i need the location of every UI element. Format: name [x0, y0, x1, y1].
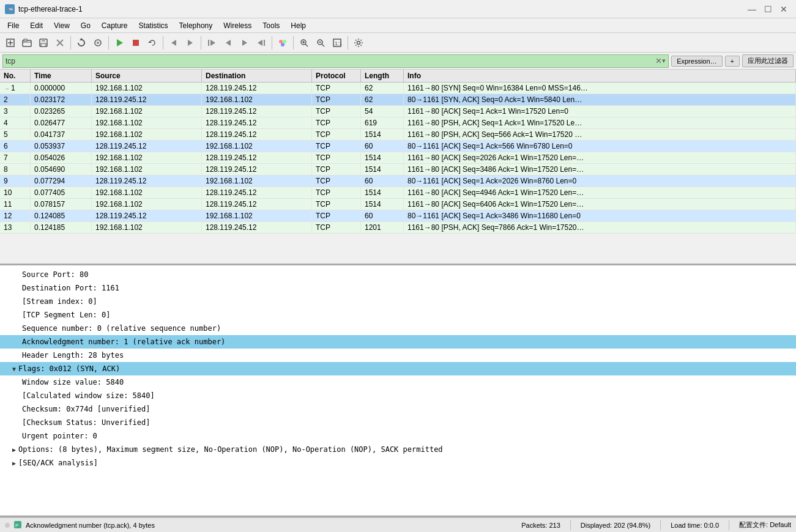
menu-help[interactable]: Help	[286, 20, 311, 31]
menu-tools[interactable]: Tools	[258, 20, 285, 31]
zoom-normal-btn[interactable]: 1:1	[329, 35, 345, 51]
detail-row[interactable]: [Calculated window size: 5840]	[0, 389, 796, 402]
col-length: Length	[361, 70, 404, 82]
detail-row[interactable]: [Checksum Status: Unverified]	[0, 416, 796, 429]
packet-cell-len: 619	[361, 117, 404, 128]
detail-row[interactable]: Sequence number: 0 (relative sequence nu…	[0, 322, 796, 335]
filter-clear-btn[interactable]: ✕	[655, 56, 662, 65]
expression-btn[interactable]: Expression…	[671, 56, 722, 67]
filter-back-btn[interactable]	[166, 35, 182, 51]
go-prev-btn[interactable]	[220, 35, 236, 51]
menu-statistics[interactable]: Statistics	[134, 20, 173, 31]
title-bar: 🦈 tcp-ethereal-trace-1 — ☐ ✕	[0, 0, 796, 18]
packet-cell-time: 0.124185	[31, 222, 92, 233]
detail-row[interactable]: Source Port: 80	[0, 268, 796, 281]
col-info: Info	[404, 70, 796, 82]
restart-capture-btn[interactable]	[144, 35, 160, 51]
go-next-btn[interactable]	[237, 35, 253, 51]
save-capture-btn[interactable]	[35, 35, 51, 51]
status-sep-1	[570, 520, 571, 530]
packet-cell-src: 128.119.245.12	[92, 210, 202, 221]
packet-cell-len: 1201	[361, 222, 404, 233]
packet-cell-time: 0.026477	[31, 117, 92, 128]
svg-marker-21	[210, 40, 215, 46]
status-profile-icon: P	[13, 520, 22, 530]
packet-cell-no: 9	[0, 175, 31, 187]
packet-row[interactable]: 120.124085128.119.245.12192.168.1.102TCP…	[0, 210, 796, 222]
detail-row[interactable]: ▶Options: (8 bytes), Maximum segment siz…	[0, 443, 796, 456]
detail-row[interactable]: Urgent pointer: 0	[0, 429, 796, 443]
status-left: P Acknowledgment number (tcp.ack), 4 byt…	[5, 520, 516, 530]
menu-edit[interactable]: Edit	[25, 20, 48, 31]
detail-row[interactable]: Destination Port: 1161	[0, 281, 796, 295]
packet-cell-info: 1161→80 [PSH, ACK] Seq=1 Ack=1 Win=17520…	[404, 117, 796, 128]
menu-view[interactable]: View	[49, 20, 75, 31]
capture-opts-btn[interactable]	[90, 35, 106, 51]
packet-cell-proto: TCP	[312, 210, 361, 221]
col-no: No.	[0, 70, 31, 82]
packet-row[interactable]: 90.077294128.119.245.12192.168.1.102TCP6…	[0, 175, 796, 187]
zoom-out-btn[interactable]	[313, 35, 329, 51]
menu-telephony[interactable]: Telephony	[174, 20, 218, 31]
packet-row[interactable]: 100.077405192.168.1.102128.119.245.12TCP…	[0, 187, 796, 199]
start-capture-btn[interactable]	[111, 35, 127, 51]
packet-row[interactable]: 110.078157192.168.1.102128.119.245.12TCP…	[0, 199, 796, 210]
packet-row[interactable]: 40.026477192.168.1.102128.119.245.12TCP6…	[0, 117, 796, 129]
svg-text:P: P	[15, 523, 18, 528]
packet-row[interactable]: 70.054026192.168.1.102128.119.245.12TCP1…	[0, 152, 796, 164]
minimize-btn[interactable]: —	[745, 3, 759, 15]
menu-file[interactable]: File	[2, 20, 24, 31]
plus-btn[interactable]: +	[725, 56, 740, 67]
close-capture-btn[interactable]	[52, 35, 68, 51]
zoom-in-btn[interactable]	[296, 35, 312, 51]
packet-cell-no: 7	[0, 152, 31, 163]
settings-btn[interactable]	[351, 35, 366, 51]
filter-dropdown-btn[interactable]: ▾	[662, 57, 666, 65]
colorize-btn[interactable]	[275, 35, 291, 51]
packet-cell-dst: 192.168.1.102	[202, 94, 312, 105]
packet-row[interactable]: →10.000000192.168.1.102128.119.245.12TCP…	[0, 83, 796, 94]
packet-row[interactable]: 30.023265192.168.1.102128.119.245.12TCP5…	[0, 106, 796, 117]
packet-cell-time: 0.054026	[31, 152, 92, 163]
packet-cell-len: 54	[361, 106, 404, 117]
packet-cell-len: 62	[361, 94, 404, 105]
detail-row[interactable]: Checksum: 0x774d [unverified]	[0, 402, 796, 416]
svg-marker-12	[80, 38, 83, 40]
apply-filter-btn[interactable]: 应用此过滤器	[742, 54, 794, 67]
packet-cell-src: 192.168.1.102	[92, 152, 202, 163]
packet-cell-time: 0.023172	[31, 94, 92, 105]
reload-btn[interactable]	[73, 35, 89, 51]
status-sep-3	[729, 520, 729, 530]
menu-capture[interactable]: Capture	[97, 20, 133, 31]
packet-row[interactable]: 50.041737192.168.1.102128.119.245.12TCP1…	[0, 129, 796, 141]
packet-cell-no: 10	[0, 187, 31, 198]
detail-row[interactable]: [TCP Segment Len: 0]	[0, 308, 796, 322]
go-last-btn[interactable]	[253, 35, 269, 51]
svg-rect-9	[41, 43, 46, 46]
close-btn[interactable]: ✕	[776, 3, 791, 15]
detail-row[interactable]: Acknowledgment number: 1 (relative ack n…	[0, 335, 796, 349]
detail-row[interactable]: ▼Flags: 0x012 (SYN, ACK)	[0, 362, 796, 375]
packet-row[interactable]: 130.124185192.168.1.102128.119.245.12TCP…	[0, 222, 796, 234]
window-controls: — ☐ ✕	[745, 3, 791, 15]
packet-row[interactable]: 20.023172128.119.245.12192.168.1.102TCP6…	[0, 94, 796, 106]
detail-row[interactable]: Window size value: 5840	[0, 375, 796, 389]
stop-capture-btn[interactable]	[128, 35, 144, 51]
maximize-btn[interactable]: ☐	[761, 3, 775, 15]
filter-input[interactable]	[6, 57, 655, 65]
open-capture-btn[interactable]	[19, 35, 35, 51]
detail-row[interactable]: [Stream index: 0]	[0, 295, 796, 308]
toolbar-sep-6	[293, 36, 294, 50]
detail-row[interactable]: Header Length: 28 bytes	[0, 349, 796, 362]
packet-cell-time: 0.023265	[31, 106, 92, 117]
new-capture-btn[interactable]	[2, 35, 18, 51]
packet-cell-no: 6	[0, 141, 31, 152]
detail-row[interactable]: ▶[SEQ/ACK analysis]	[0, 456, 796, 470]
filter-forward-btn[interactable]	[182, 35, 198, 51]
packet-row[interactable]: 60.053937128.119.245.12192.168.1.102TCP6…	[0, 141, 796, 152]
menu-wireless[interactable]: Wireless	[218, 20, 256, 31]
go-first-btn[interactable]	[204, 35, 220, 51]
menu-go[interactable]: Go	[76, 20, 95, 31]
packet-row[interactable]: 80.054690192.168.1.102128.119.245.12TCP1…	[0, 164, 796, 175]
packet-cell-info: 1161→80 [ACK] Seq=2026 Ack=1 Win=17520 L…	[404, 152, 796, 163]
